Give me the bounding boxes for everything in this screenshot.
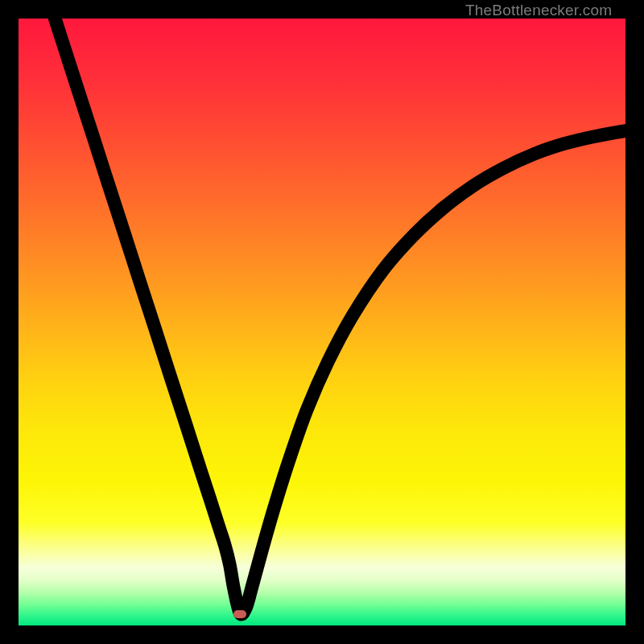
optimal-point-marker xyxy=(233,610,246,618)
bottleneck-curve xyxy=(19,19,625,625)
plot-area xyxy=(19,19,625,625)
watermark-text: TheBottlenecker.com xyxy=(465,2,612,19)
